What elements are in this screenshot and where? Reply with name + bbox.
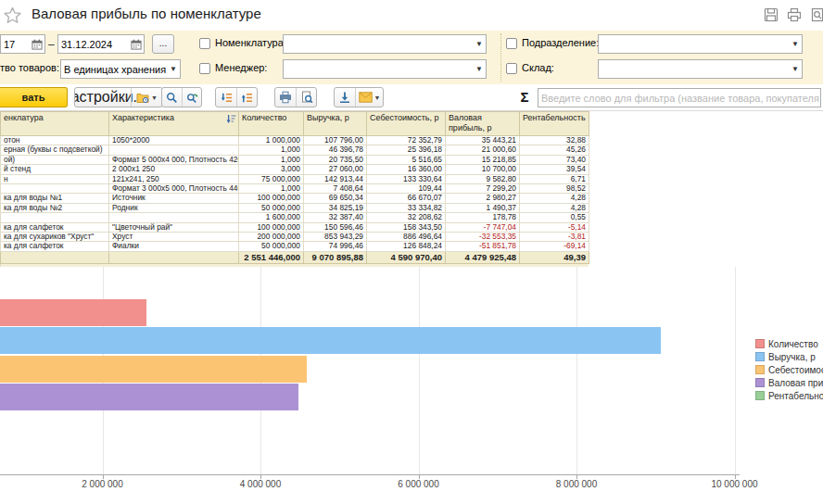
bar-0[interactable] (0, 299, 146, 326)
warehouse-input[interactable] (599, 60, 789, 78)
period-from-input[interactable] (1, 35, 30, 53)
chevron-down-icon[interactable]: ▼ (473, 60, 486, 78)
totals-cell[interactable]: 4 590 970,40 (367, 251, 446, 263)
table-cell[interactable]: Хруст (109, 233, 239, 242)
period-from-field[interactable] (0, 34, 45, 54)
table-cell[interactable]: 20 735,50 (304, 155, 367, 164)
table-cell[interactable]: 142 913,44 (304, 174, 367, 183)
table-cell[interactable]: 50 000,000 (239, 242, 304, 251)
settings-button[interactable]: Настройки... (75, 88, 131, 107)
search-next-button[interactable] (182, 88, 201, 107)
table-cell[interactable]: -5,14 (520, 222, 589, 232)
table-cell[interactable]: ка для салфеток (1, 242, 109, 251)
table-cell[interactable]: 1 490,37 (446, 203, 520, 212)
totals-cell[interactable]: 4 479 925,48 (446, 251, 520, 263)
table-cell[interactable]: 1,000 (239, 184, 304, 194)
chevron-down-icon[interactable]: ▼ (167, 60, 180, 78)
table-cell[interactable]: 50 000,000 (239, 203, 304, 212)
table-cell[interactable]: 7 408,64 (304, 184, 367, 194)
department-checkbox[interactable] (506, 38, 517, 49)
period-options-button[interactable]: ... (152, 34, 174, 54)
table-cell[interactable]: 158 343,50 (367, 222, 446, 232)
column-header-nomenclature[interactable]: енклатура (1, 112, 109, 136)
quick-filter-field[interactable] (538, 88, 821, 107)
quick-filter-input[interactable] (538, 89, 820, 107)
print-button[interactable] (275, 88, 296, 107)
bar-1[interactable] (0, 327, 661, 354)
table-cell[interactable]: 72 352,79 (367, 136, 446, 145)
warehouse-field[interactable]: ▼ (598, 59, 803, 79)
table-cell[interactable] (109, 213, 239, 222)
table-cell[interactable]: 32 208,62 (367, 213, 446, 222)
table-cell[interactable]: 126 848,24 (367, 242, 446, 251)
totals-cell[interactable]: 49,39 (520, 251, 589, 263)
table-cell[interactable]: 1,000 (239, 155, 304, 164)
nomenclature-input[interactable] (284, 35, 473, 53)
table-cell[interactable]: 100 000,000 (239, 222, 304, 232)
table-cell[interactable]: 9 582,80 (446, 174, 520, 183)
table-cell[interactable]: 1 000,000 (239, 136, 304, 145)
manager-field[interactable]: ▼ (283, 59, 487, 79)
report-variants-button[interactable]: ▼ (131, 88, 162, 107)
department-field[interactable]: ▼ (598, 34, 803, 54)
table-cell[interactable]: 121х241, 250 (109, 174, 239, 183)
column-header-characteristic[interactable]: Характеристика (109, 112, 239, 136)
table-cell[interactable]: 74 996,46 (304, 242, 367, 251)
totals-cell[interactable]: 2 551 446,000 (239, 251, 304, 263)
favorite-star-icon[interactable] (4, 6, 21, 24)
table-cell[interactable]: 7 299,20 (446, 184, 520, 194)
column-header-cost[interactable]: Себестоимость, р (367, 112, 446, 136)
table-cell[interactable]: -32 553,35 (446, 233, 520, 242)
preview-icon[interactable] (810, 7, 823, 22)
table-cell[interactable]: 46 396,78 (304, 145, 367, 155)
totals-cell[interactable] (1, 251, 109, 263)
print-icon[interactable] (787, 7, 802, 22)
search-button[interactable] (162, 88, 182, 107)
table-cell[interactable] (1, 213, 109, 222)
table-cell[interactable]: 109,44 (367, 184, 446, 194)
warehouse-checkbox[interactable] (506, 63, 517, 74)
quantity-units-select[interactable]: ▼ (60, 59, 181, 79)
table-cell[interactable]: 2 000х1 250 (109, 165, 239, 174)
table-cell[interactable]: 69 650,34 (304, 194, 367, 203)
table-cell[interactable]: 1050*2000 (109, 136, 239, 145)
table-cell[interactable]: 6,71 (520, 174, 589, 183)
table-cell[interactable]: 21 000,60 (446, 145, 520, 155)
table-cell[interactable]: ка для сухариков "Хруст" (1, 233, 109, 242)
column-header-revenue[interactable]: Выручка, р (304, 112, 367, 136)
table-cell[interactable]: Источник (109, 194, 239, 203)
table-cell[interactable]: "Цветочный рай" (109, 222, 239, 232)
period-to-field[interactable] (57, 34, 145, 54)
table-cell[interactable]: ка для воды №1 (1, 194, 109, 203)
table-cell[interactable]: 66 670,07 (367, 194, 446, 203)
table-cell[interactable]: -3,81 (520, 233, 589, 242)
table-cell[interactable]: 4,28 (520, 203, 589, 212)
column-header-gross-profit[interactable]: Валовая прибыль, р (446, 112, 520, 136)
table-cell[interactable]: 107 796,00 (304, 136, 367, 145)
nomenclature-field[interactable]: ▼ (283, 34, 487, 54)
manager-input[interactable] (284, 60, 473, 78)
totals-cell[interactable]: 9 070 895,88 (304, 251, 367, 263)
collapse-groups-button[interactable] (216, 88, 236, 107)
table-cell[interactable]: 25 396,18 (367, 145, 446, 155)
table-cell[interactable]: ерная (буквы с подсветкой) (1, 145, 109, 155)
table-cell[interactable]: Формат 3 000х5 000, Плотность 440 (109, 184, 239, 194)
table-cell[interactable]: ка для воды №2 (1, 203, 109, 212)
manager-checkbox[interactable] (199, 63, 210, 74)
department-input[interactable] (599, 35, 789, 53)
print-preview-button[interactable] (296, 88, 316, 107)
table-cell[interactable]: 73,40 (520, 155, 589, 164)
totals-cell[interactable] (109, 251, 239, 263)
table-cell[interactable]: 1 600,000 (239, 213, 304, 222)
table-cell[interactable]: 4,28 (520, 194, 589, 203)
save-icon[interactable] (764, 7, 779, 22)
table-cell[interactable] (1, 184, 109, 194)
quantity-units-value[interactable] (61, 60, 167, 78)
table-cell[interactable]: 133 330,64 (367, 174, 446, 183)
calendar-icon[interactable] (129, 39, 144, 50)
column-header-quantity[interactable]: Количество (239, 112, 304, 136)
table-cell[interactable]: отон (1, 136, 109, 145)
chevron-down-icon[interactable]: ▼ (789, 60, 802, 78)
table-cell[interactable]: 45,26 (520, 145, 589, 155)
table-cell[interactable]: 32 387,40 (304, 213, 367, 222)
